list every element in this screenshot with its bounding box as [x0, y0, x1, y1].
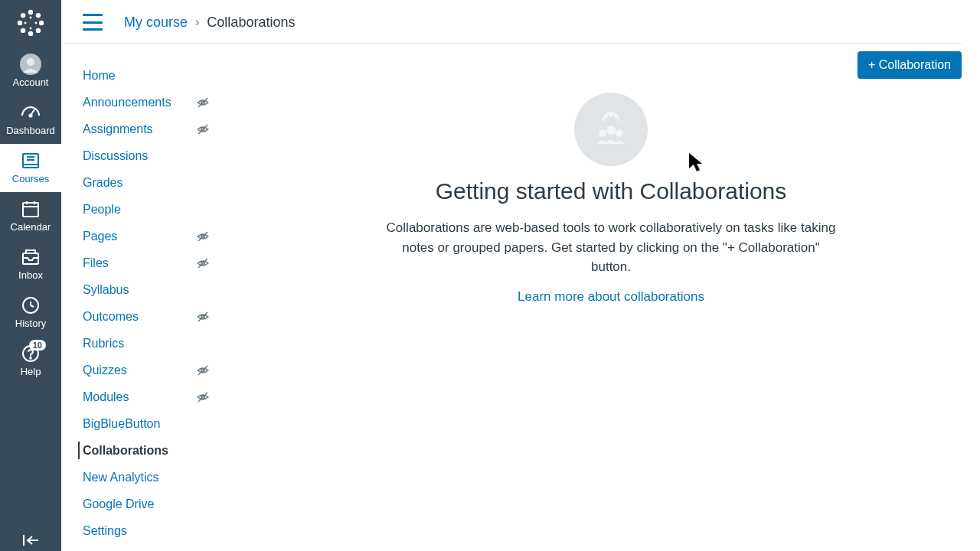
hamburger-icon[interactable]	[83, 14, 103, 31]
svg-point-3	[39, 21, 44, 25]
nav-dashboard[interactable]: Dashboard	[0, 96, 61, 144]
course-nav-item[interactable]: Collaborations	[83, 437, 214, 464]
svg-point-35	[30, 357, 31, 359]
course-nav-item[interactable]: Announcements	[83, 89, 214, 116]
svg-line-43	[198, 232, 207, 241]
topbar: My course › Collaborations	[64, 0, 962, 44]
course-nav-link[interactable]: Assignments	[83, 122, 153, 136]
calendar-icon	[21, 198, 41, 220]
svg-point-6	[21, 28, 25, 33]
empty-description: Collaborations are web-based tools to wo…	[381, 218, 841, 277]
collaboration-empty-icon	[574, 93, 648, 166]
svg-line-33	[31, 305, 34, 307]
learn-more-link[interactable]: Learn more about collaborations	[518, 289, 704, 305]
course-nav-item[interactable]: People	[83, 196, 214, 223]
course-nav-item[interactable]: New Analytics	[83, 464, 214, 491]
course-nav-item[interactable]: Quizzes	[83, 357, 214, 383]
nav-courses[interactable]: Courses	[0, 144, 61, 192]
svg-point-10	[24, 22, 27, 24]
course-nav-link[interactable]: Files	[83, 256, 109, 270]
empty-state: Getting started with Collaborations Coll…	[260, 93, 962, 305]
course-nav: HomeAnnouncementsAssignmentsDiscussionsG…	[61, 44, 214, 544]
nav-label: Dashboard	[6, 125, 55, 136]
help-badge: 10	[29, 340, 46, 350]
global-nav: Account Dashboard Courses Calendar Inbox…	[0, 0, 61, 551]
nav-help[interactable]: 10 Help	[0, 337, 61, 385]
nav-inbox[interactable]: Inbox	[0, 240, 61, 289]
svg-point-2	[18, 21, 22, 25]
course-nav-item[interactable]: Grades	[83, 169, 214, 196]
course-nav-link[interactable]: Home	[83, 69, 116, 83]
empty-title: Getting started with Collaborations	[436, 178, 787, 204]
content-area: My course › Collaborations HomeAnnouncem…	[61, 0, 980, 551]
breadcrumb-course-link[interactable]: My course	[124, 15, 188, 31]
svg-line-51	[198, 393, 207, 402]
course-nav-link[interactable]: Announcements	[83, 96, 172, 109]
course-nav-item[interactable]: Home	[83, 62, 214, 89]
main: + Collaboration Getting sta	[214, 44, 980, 544]
nav-label: History	[15, 318, 46, 329]
hidden-eye-icon	[196, 230, 210, 243]
course-nav-link[interactable]: Google Drive	[83, 497, 154, 511]
course-nav-link[interactable]: Syllabus	[83, 283, 129, 297]
svg-point-11	[35, 22, 38, 24]
course-nav-item[interactable]: Assignments	[83, 116, 214, 142]
collapse-nav-button[interactable]	[0, 530, 61, 551]
nav-account[interactable]: Account	[0, 47, 61, 96]
course-nav-item[interactable]: Outcomes	[83, 303, 214, 330]
svg-point-9	[30, 28, 32, 30]
nav-label: Courses	[12, 173, 49, 184]
svg-point-52	[609, 114, 612, 117]
svg-point-4	[21, 13, 25, 18]
svg-point-0	[28, 10, 33, 15]
svg-point-54	[599, 129, 606, 137]
svg-rect-20	[23, 203, 38, 217]
course-nav-link[interactable]: Rubrics	[83, 337, 124, 350]
course-nav-item[interactable]: BigBlueButton	[83, 410, 214, 437]
svg-line-41	[198, 125, 207, 134]
course-nav-item[interactable]: Syllabus	[83, 276, 214, 303]
svg-line-45	[198, 259, 207, 268]
svg-line-39	[198, 98, 207, 107]
hidden-eye-icon	[196, 390, 210, 404]
chevron-right-icon: ›	[195, 15, 199, 29]
nav-label: Calendar	[11, 221, 51, 233]
course-nav-item[interactable]: Pages	[83, 223, 214, 249]
course-nav-item[interactable]: Modules	[83, 383, 214, 410]
course-nav-link[interactable]: Outcomes	[83, 310, 139, 324]
course-nav-item[interactable]: Rubrics	[83, 330, 214, 357]
course-nav-link[interactable]: Grades	[83, 176, 122, 190]
add-collaboration-button[interactable]: + Collaboration	[858, 51, 962, 79]
course-nav-link[interactable]: BigBlueButton	[83, 417, 160, 431]
course-nav-link[interactable]: Settings	[83, 524, 127, 538]
course-nav-link[interactable]: Discussions	[83, 149, 148, 163]
hidden-eye-icon	[196, 310, 210, 324]
history-icon	[21, 295, 41, 316]
course-nav-link[interactable]: Pages	[83, 230, 117, 243]
courses-icon	[20, 150, 41, 171]
canvas-logo-icon[interactable]	[15, 8, 46, 41]
user-circle-icon	[19, 54, 42, 75]
nav-label: Inbox	[18, 269, 43, 281]
hidden-eye-icon	[196, 256, 210, 270]
svg-point-7	[36, 28, 41, 33]
course-nav-item[interactable]: Discussions	[83, 142, 214, 169]
course-nav-link[interactable]: Collaborations	[83, 444, 168, 458]
svg-line-49	[198, 366, 207, 375]
nav-label: Account	[13, 77, 49, 88]
svg-point-53	[606, 126, 616, 135]
nav-history[interactable]: History	[0, 289, 61, 337]
hidden-eye-icon	[196, 364, 210, 377]
course-nav-link[interactable]: Modules	[83, 390, 129, 404]
course-nav-link[interactable]: People	[83, 203, 121, 217]
course-nav-link[interactable]: New Analytics	[83, 471, 159, 484]
course-nav-item[interactable]: Files	[83, 249, 214, 276]
dashboard-icon	[20, 102, 41, 123]
course-nav-item[interactable]: Google Drive	[83, 491, 214, 517]
nav-calendar[interactable]: Calendar	[0, 192, 61, 240]
hidden-eye-icon	[196, 122, 210, 136]
inbox-icon	[21, 246, 41, 268]
breadcrumb-current: Collaborations	[207, 15, 295, 31]
course-nav-item[interactable]: Settings	[83, 517, 214, 544]
course-nav-link[interactable]: Quizzes	[83, 364, 127, 377]
